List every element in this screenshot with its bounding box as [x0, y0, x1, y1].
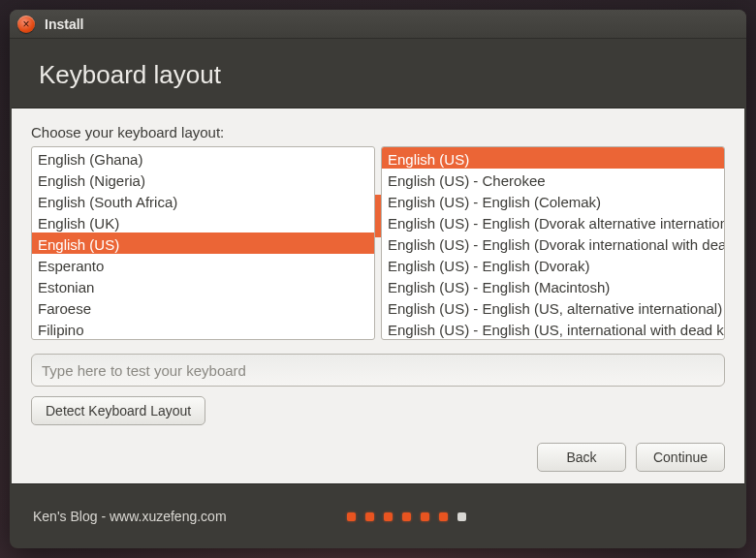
step-dots: [91, 512, 723, 521]
detect-keyboard-button[interactable]: Detect Keyboard Layout: [31, 396, 205, 425]
choose-label: Choose your keyboard layout:: [31, 124, 725, 140]
back-button[interactable]: Back: [537, 443, 626, 472]
variant-list-item[interactable]: English (US) - Cherokee: [382, 169, 724, 190]
step-dot: [439, 512, 448, 521]
variant-list-item[interactable]: English (US) - English (Dvorak internati…: [382, 232, 724, 254]
titlebar: × Install: [10, 10, 746, 39]
language-list[interactable]: English (Ghana)English (Nigeria)English …: [31, 146, 375, 340]
variant-list-item[interactable]: English (US) - English (Colemak): [382, 190, 724, 211]
step-dot: [384, 512, 393, 521]
close-icon: ×: [22, 18, 29, 30]
scroll-marker: [375, 195, 381, 237]
step-dot: [457, 512, 466, 521]
variant-list-item[interactable]: English (US) - English (Dvorak): [382, 254, 724, 275]
variant-list-item[interactable]: English (US) - English (Macintosh): [382, 275, 724, 296]
step-dot: [402, 512, 411, 521]
step-dot: [347, 512, 356, 521]
nav-buttons: Back Continue: [31, 425, 725, 472]
language-list-item[interactable]: Esperanto: [32, 254, 374, 275]
content-area: Choose your keyboard layout: English (Gh…: [12, 108, 744, 484]
keyboard-test-input[interactable]: [31, 354, 725, 387]
variant-list[interactable]: English (US)English (US) - CherokeeEngli…: [381, 146, 725, 340]
close-button[interactable]: ×: [17, 16, 35, 33]
layout-lists: English (Ghana)English (Nigeria)English …: [31, 146, 725, 340]
language-list-item[interactable]: English (UK): [32, 211, 374, 232]
variant-list-item[interactable]: English (US): [382, 147, 724, 169]
variant-list-item[interactable]: English (US) - English (US, internationa…: [382, 318, 724, 339]
step-dot: [421, 512, 429, 521]
language-list-item[interactable]: English (Nigeria): [32, 169, 374, 190]
continue-button[interactable]: Continue: [636, 443, 725, 472]
variant-list-item[interactable]: English (US) - English (US, alternative …: [382, 296, 724, 318]
language-list-item[interactable]: Estonian: [32, 275, 374, 296]
language-list-item[interactable]: Filipino: [32, 318, 374, 339]
page-title: Keyboard layout: [10, 39, 746, 108]
step-dot: [365, 512, 374, 521]
language-list-item[interactable]: English (Ghana): [32, 147, 374, 169]
installer-window: × Install Keyboard layout Choose your ke…: [10, 10, 746, 548]
language-list-item[interactable]: English (South Africa): [32, 190, 374, 211]
window-title: Install: [45, 16, 83, 32]
language-list-item[interactable]: English (US): [32, 232, 374, 254]
footer: Ken's Blog - www.xuzefeng.com: [10, 484, 746, 548]
language-list-item[interactable]: Faroese: [32, 296, 374, 318]
variant-list-item[interactable]: English (US) - English (Dvorak alternati…: [382, 211, 724, 232]
